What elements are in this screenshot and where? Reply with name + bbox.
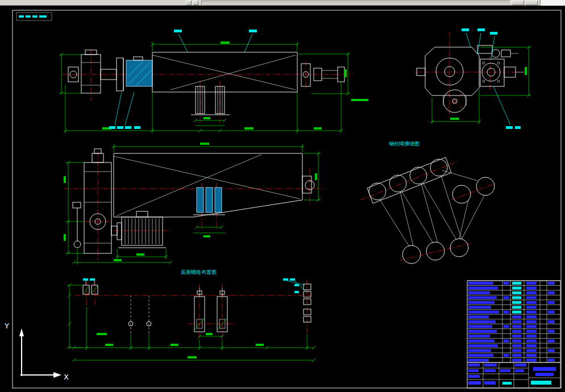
end-view (415, 28, 531, 129)
title-block-bottom (468, 364, 556, 385)
corner-stamp (16, 12, 52, 20)
bolt-layout-callouts (83, 278, 306, 293)
front-view-dimensions (59, 41, 368, 133)
bolt-layout-geometry (83, 281, 311, 334)
toolbar-field (201, 1, 509, 5)
reeving-diagram: 钢丝绳缠绕图 (360, 141, 497, 264)
toolbar-button[interactable] (186, 1, 192, 5)
parts-list (467, 281, 560, 362)
application-window: 钢丝绳缠绕图 底座螺栓布置图 (0, 0, 565, 392)
toolbar-button[interactable] (512, 1, 524, 5)
title-block (467, 281, 560, 388)
front-view-geometry (68, 50, 344, 115)
ucs-icon: Y X (4, 322, 69, 381)
reeving-title: 钢丝绳缠绕图 (389, 141, 419, 147)
toolbar-button[interactable] (193, 1, 198, 5)
ucs-y-label: Y (4, 322, 9, 330)
side-view-geometry (73, 149, 314, 253)
bolt-layout-title: 底座螺栓布置图 (181, 269, 217, 275)
ucs-x-label: X (64, 373, 69, 381)
toolbar-button[interactable] (525, 1, 538, 5)
palette-fragment (540, 0, 565, 6)
drawing-canvas-area: 钢丝绳缠绕图 底座螺栓布置图 (0, 6, 565, 392)
side-view-centerlines (64, 151, 325, 260)
front-view-centerlines (63, 49, 354, 123)
side-view (64, 143, 325, 265)
drawing-canvas[interactable]: 钢丝绳缠绕图 底座螺栓布置图 (0, 6, 565, 392)
bolt-layout-view: 底座螺栓布置图 (67, 269, 315, 362)
front-view (59, 30, 368, 133)
side-view-dimensions (64, 143, 321, 265)
end-view-geometry (417, 45, 524, 112)
reeving-geometry (367, 157, 495, 264)
end-view-callouts (462, 28, 521, 129)
toolbar-strip (0, 0, 565, 6)
end-view-centerlines (415, 32, 523, 118)
